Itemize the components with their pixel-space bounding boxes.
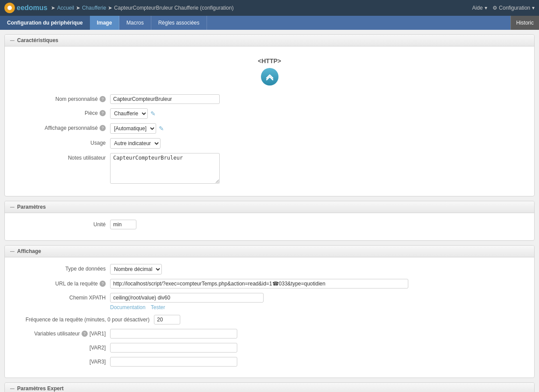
documentation-link[interactable]: Documentation xyxy=(110,304,146,310)
chevron-up-icon xyxy=(265,72,275,82)
control-nom xyxy=(110,94,525,104)
tab-macros[interactable]: Macros xyxy=(119,16,151,30)
section-header-affichage: — Affichage xyxy=(5,246,534,257)
var3-label-text: [VAR3] xyxy=(89,359,106,365)
input-xpath[interactable] xyxy=(110,293,264,303)
nom-label-text: Nom personnalisé xyxy=(55,96,98,102)
input-unite[interactable] xyxy=(110,220,136,229)
control-xpath: Documentation Tester xyxy=(110,293,525,310)
label-notes: Notes utilisateur xyxy=(14,153,110,161)
select-affichage[interactable]: [Automatique] xyxy=(110,123,156,134)
form-row-var2: [VAR2] xyxy=(14,343,525,353)
breadcrumb-sep1: ➤ xyxy=(76,5,80,11)
tab-regles[interactable]: Règles associées xyxy=(151,16,207,30)
logo: eedomus xyxy=(4,3,47,13)
form-row-var3: [VAR3] xyxy=(14,357,525,367)
input-freq[interactable] xyxy=(154,315,180,324)
form-row-affichage: Affichage personnalisé ? [Automatique] ✎ xyxy=(14,123,525,134)
select-type[interactable]: Nombre décimal xyxy=(110,264,162,274)
input-nom[interactable] xyxy=(110,94,220,104)
input-var3[interactable] xyxy=(110,357,237,367)
section-body-parametres: Unité xyxy=(5,213,534,240)
affichage-label-text: Affichage personnalisé xyxy=(45,125,98,131)
label-unite: Unité xyxy=(14,220,110,228)
configuration-button[interactable]: ⚙ Configuration ▾ xyxy=(493,5,535,11)
form-row-usage: Usage Autre indicateur xyxy=(14,138,525,149)
url-label-text: URL de la requête xyxy=(55,281,98,287)
label-freq: Fréquence de la requête (minutes, 0 pour… xyxy=(14,315,154,323)
nav-left: eedomus ➤ Accueil ➤ Chaufferie ➤ Capteur… xyxy=(4,3,234,13)
edit-affichage-icon[interactable]: ✎ xyxy=(159,125,164,132)
tab-image[interactable]: Image xyxy=(90,16,120,30)
http-icon xyxy=(261,68,278,86)
label-usage: Usage xyxy=(14,138,110,146)
section-caracteristiques: — Caractéristiques <HTTP> Nom personnali… xyxy=(4,34,535,196)
breadcrumb-accueil[interactable]: Accueil xyxy=(57,5,74,11)
form-row-type: Type de données Nombre décimal xyxy=(14,264,525,274)
sub-nav-left: Configuration du périphérique Image Macr… xyxy=(0,16,207,30)
config-label: Configuration xyxy=(499,5,530,11)
section-header-caracteristiques: — Caractéristiques xyxy=(5,35,534,46)
toggle-parametres[interactable]: — xyxy=(10,205,14,210)
logo-inner xyxy=(7,6,12,10)
unite-label-text: Unité xyxy=(93,221,106,228)
label-url: URL de la requête ? xyxy=(14,279,110,287)
section-title-affichage: Affichage xyxy=(17,248,41,254)
textarea-notes[interactable]: CapteurCompteurBruleur xyxy=(110,153,220,184)
input-var1[interactable] xyxy=(110,329,237,339)
section-title-caracteristiques: Caractéristiques xyxy=(17,37,58,43)
help-icon-var[interactable]: ? xyxy=(82,331,88,337)
tester-link[interactable]: Tester xyxy=(151,304,165,310)
label-nom: Nom personnalisé ? xyxy=(14,94,110,102)
label-var-user: Variables utilisateur ? [VAR1] xyxy=(14,329,110,337)
aide-button[interactable]: Aide ▾ xyxy=(472,5,487,11)
aide-chevron: ▾ xyxy=(485,5,487,11)
control-usage: Autre indicateur xyxy=(110,138,525,149)
label-piece: Pièce ? xyxy=(14,108,110,116)
section-title-parametres: Paramètres xyxy=(17,204,46,210)
xpath-label-text: Chemin XPATH xyxy=(69,295,106,301)
affichage-group: [Automatique] ✎ xyxy=(110,123,525,134)
help-icon-nom[interactable]: ? xyxy=(100,96,106,102)
control-notes: CapteurCompteurBruleur xyxy=(110,153,525,185)
control-affichage: [Automatique] ✎ xyxy=(110,123,525,134)
form-row-unite: Unité xyxy=(14,220,525,229)
type-label-text: Type de données xyxy=(65,266,106,272)
breadcrumb-chaufferie[interactable]: Chaufferie xyxy=(82,5,106,11)
help-icon-piece[interactable]: ? xyxy=(100,110,106,116)
select-piece[interactable]: Chaufferie xyxy=(110,108,148,119)
label-var2: [VAR2] xyxy=(14,343,110,351)
historic-button[interactable]: Historic xyxy=(510,16,539,30)
xpath-links: Documentation Tester xyxy=(110,304,525,310)
breadcrumb: ➤ Accueil ➤ Chaufferie ➤ CapteurCompteur… xyxy=(51,5,233,11)
form-row-notes: Notes utilisateur CapteurCompteurBruleur xyxy=(14,153,525,185)
form-row-xpath: Chemin XPATH Documentation Tester xyxy=(14,293,525,310)
http-area: <HTTP> xyxy=(14,53,525,94)
breadcrumb-arrow: ➤ xyxy=(51,5,55,11)
form-row-nom: Nom personnalisé ? xyxy=(14,94,525,104)
select-usage[interactable]: Autre indicateur xyxy=(110,138,161,149)
piece-group: Chaufferie ✎ xyxy=(110,108,525,119)
section-expert: — Paramètres Expert Code API API 🔵 14603… xyxy=(4,382,535,392)
help-icon-affichage[interactable]: ? xyxy=(100,125,106,131)
control-unite xyxy=(110,220,525,229)
input-var2[interactable] xyxy=(110,343,237,353)
control-type: Nombre décimal xyxy=(110,264,525,274)
help-icon-url[interactable]: ? xyxy=(100,281,106,287)
piece-label-text: Pièce xyxy=(85,110,98,116)
control-piece: Chaufferie ✎ xyxy=(110,108,525,119)
toggle-caracteristiques[interactable]: — xyxy=(10,38,14,43)
input-url[interactable] xyxy=(110,279,408,289)
section-header-expert: — Paramètres Expert xyxy=(5,383,534,392)
label-xpath: Chemin XPATH xyxy=(14,293,110,301)
control-var1 xyxy=(110,329,525,339)
label-type: Type de données xyxy=(14,264,110,272)
edit-piece-icon[interactable]: ✎ xyxy=(150,110,156,117)
toggle-affichage[interactable]: — xyxy=(10,249,14,254)
gear-icon: ⚙ xyxy=(493,5,497,11)
top-navigation: eedomus ➤ Accueil ➤ Chaufferie ➤ Capteur… xyxy=(0,0,539,16)
toggle-expert[interactable]: — xyxy=(10,386,14,391)
section-body-caracteristiques: <HTTP> Nom personnalisé ? xyxy=(5,46,534,196)
section-affichage: — Affichage Type de données Nombre décim… xyxy=(4,245,535,378)
control-var3 xyxy=(110,357,525,367)
